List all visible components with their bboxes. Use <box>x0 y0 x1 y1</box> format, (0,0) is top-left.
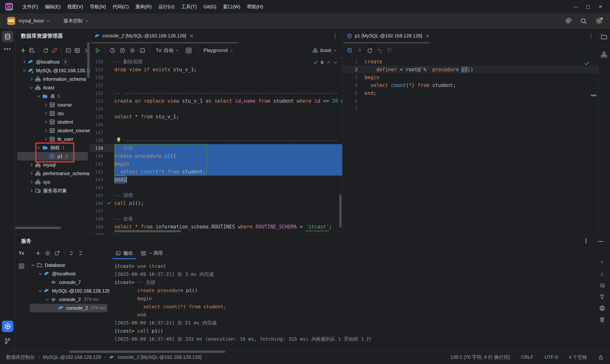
close-tab-icon[interactable]: ✕ <box>190 33 194 39</box>
tree-item-MySQL-@192.168.128.128[interactable]: MySQL-@192.168.128.128 <box>28 286 109 295</box>
chevron-right-icon[interactable] <box>28 76 35 82</box>
menu-item[interactable]: Git(G) <box>200 2 220 12</box>
preview-button[interactable] <box>138 46 147 55</box>
target-button[interactable] <box>43 249 52 258</box>
explain-button[interactable]: P <box>118 46 127 55</box>
minimize-panel-icon[interactable]: — <box>597 238 603 244</box>
services-tool-window-button[interactable] <box>2 321 13 332</box>
output-horizontal-scrollbar[interactable] <box>69 351 225 353</box>
tab-scroll-indicator[interactable] <box>91 42 239 43</box>
close-button[interactable]: ✕ <box>595 4 606 10</box>
tree-item-例程[interactable]: 例程1 <box>15 143 90 152</box>
transaction-mode-icon[interactable]: Tx <box>19 251 24 256</box>
chevron-right-icon[interactable] <box>42 136 49 143</box>
tree-item-p1[interactable]: Pp1() <box>17 152 88 161</box>
status-widget[interactable]: 139:1 (70 字符, 4 行 换行符) <box>450 354 510 360</box>
menu-item[interactable]: 运行(U) <box>155 2 178 12</box>
tree-item-stu[interactable]: stu <box>15 109 90 118</box>
project-selector[interactable]: mysql_base <box>19 18 50 24</box>
dropdown-Playground[interactable]: Playground <box>201 48 236 53</box>
services-options-kebab-icon[interactable]: ⋮ <box>583 237 589 245</box>
chevron-down-icon[interactable] <box>35 93 42 100</box>
menu-item[interactable]: 编辑(E) <box>41 2 64 12</box>
tree-item-course[interactable]: course <box>15 101 90 109</box>
ai-assistant-icon[interactable] <box>565 17 572 25</box>
menu-item[interactable]: 窗口(W) <box>220 2 244 12</box>
output-tab-输出[interactable]: 输出 <box>112 247 137 259</box>
settings-button[interactable] <box>128 46 137 55</box>
breadcrumb-item[interactable]: MySQL-@192.168.128.128 <box>43 354 101 360</box>
tree-item-sys[interactable]: sys <box>15 178 90 186</box>
dropdown-Tx: 自动[interactable]: Tx: 自动 <box>153 47 182 54</box>
scroll-end-button[interactable] <box>597 293 607 301</box>
run-button[interactable] <box>93 46 102 55</box>
minimize-button[interactable]: — <box>571 4 581 10</box>
chevron-down-icon[interactable] <box>21 67 28 74</box>
history-button[interactable] <box>108 46 117 55</box>
chevron-right-icon[interactable] <box>21 59 28 65</box>
add-button[interactable] <box>34 249 43 258</box>
output-tab--- 调用[interactable]: -- 调用 <box>137 247 167 259</box>
soft-wrap-button[interactable] <box>597 281 607 290</box>
menu-item[interactable]: 文件(F) <box>19 2 41 12</box>
unlock-icon[interactable] <box>598 354 604 360</box>
more-tool-windows-button[interactable]: ••• <box>4 46 11 52</box>
chevron-down-icon[interactable] <box>28 84 35 91</box>
breadcrumb-item[interactable]: console_2 [MySQL-@192.168.128.128] <box>118 354 202 360</box>
maximize-button[interactable]: ▢ <box>583 4 593 10</box>
tree-item-console_2[interactable]: console_2379 ms <box>30 304 107 312</box>
procedure-editor[interactable]: 1create2 definer = root@`%` procedure p1… <box>342 58 598 235</box>
chevron-right-icon[interactable] <box>42 127 49 134</box>
database-tool-window-button[interactable] <box>2 31 13 42</box>
explorer-vertical-scrollbar[interactable] <box>87 42 89 78</box>
printer-button[interactable] <box>597 304 607 312</box>
tree-item-student[interactable]: student <box>15 118 90 126</box>
undo-button[interactable] <box>375 46 384 55</box>
settings-gear-icon[interactable] <box>595 17 603 25</box>
console-output[interactable]: itcast> use itcast[2025-08-09 16:37:21] … <box>110 259 594 350</box>
chevron-right-icon[interactable] <box>28 179 35 185</box>
tree-item-MySQL-@192.168.128.12[interactable]: MySQL-@192.168.128.12 <box>15 66 90 75</box>
menu-item[interactable]: 帮助(H) <box>244 2 266 12</box>
chevron-down-icon[interactable] <box>30 262 37 269</box>
expand-all-button[interactable] <box>67 249 76 258</box>
tab-options-kebab-icon[interactable]: ⋮ <box>332 33 338 39</box>
fork-button[interactable] <box>385 46 394 55</box>
chevron-down-icon[interactable] <box>35 144 42 151</box>
explorer-horizontal-scrollbar[interactable] <box>15 227 61 229</box>
tree-item-performance_schema[interactable]: performance_schema <box>15 169 90 178</box>
schema-selector[interactable]: itcast <box>312 48 339 53</box>
vcs-selector[interactable]: 版本控制 <box>64 18 89 24</box>
tree-item-表[interactable]: 表5 <box>15 92 90 101</box>
structure-tool-window-icon[interactable] <box>600 51 608 58</box>
tab-scroll-indicator[interactable] <box>343 42 429 43</box>
prun-button[interactable]: P <box>345 46 354 55</box>
tree-item-itcast[interactable]: itcast <box>15 83 90 92</box>
tree-item-@localhost[interactable]: @localhost8 <box>15 58 90 66</box>
chevron-right-icon[interactable] <box>28 187 35 194</box>
app-logo-icon[interactable]: DG <box>5 3 13 11</box>
data-source-settings-button[interactable] <box>28 46 36 55</box>
breadcrumb-item[interactable]: 数据库控制台 <box>6 354 35 360</box>
tab-p1[interactable]: P p1 [MySQL-@192.168.128.128] ✕ <box>342 29 434 43</box>
new-console-button[interactable] <box>53 249 62 258</box>
chevron-right-icon[interactable] <box>42 119 49 125</box>
tree-item-服务器对象[interactable]: 服务器对象 <box>15 186 90 195</box>
project-badge[interactable]: MB <box>7 17 15 25</box>
refresh-button[interactable] <box>42 46 50 55</box>
tree-item-@localhost[interactable]: @localhost <box>28 269 109 278</box>
add-button[interactable] <box>19 46 27 55</box>
menu-item[interactable]: 重构(R) <box>132 2 155 12</box>
up-button[interactable] <box>355 46 364 55</box>
tree-item-information_schema[interactable]: information_schema <box>15 75 90 83</box>
search-icon[interactable] <box>580 17 587 25</box>
tree-item-tb_user[interactable]: tb_user <box>15 135 90 143</box>
trash-button[interactable] <box>597 315 607 324</box>
git-tool-window-button[interactable] <box>2 335 13 347</box>
tab-options-kebab-icon[interactable]: ⋮ <box>588 33 594 39</box>
chevron-right-icon[interactable] <box>28 170 35 177</box>
chevron-right-icon[interactable] <box>42 102 49 108</box>
chevron-right-icon[interactable] <box>42 110 49 117</box>
menu-item[interactable]: 代码(C) <box>109 2 132 12</box>
status-widget[interactable]: UTF-8 <box>545 354 558 360</box>
